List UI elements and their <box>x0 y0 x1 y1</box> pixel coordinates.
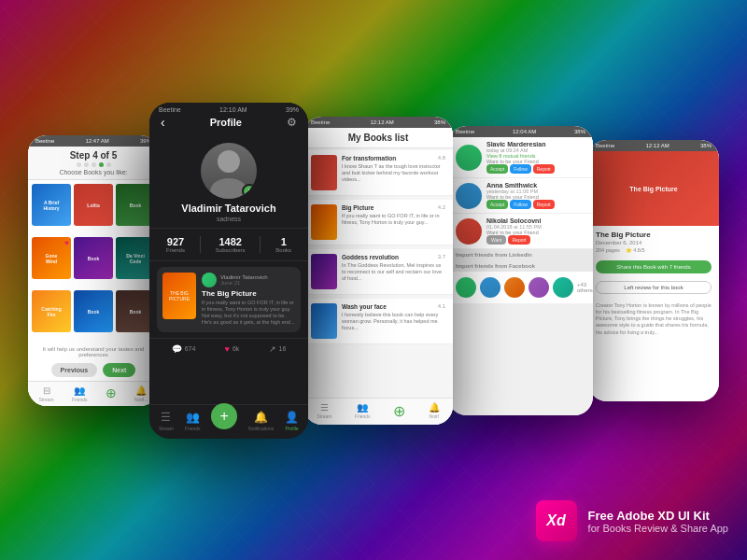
bottom-info-bar: Xd Free Adobe XD UI Kit for Books Review… <box>536 500 728 541</box>
friend-info-1: Slavic Marderesian today at 09:24 AM Vie… <box>486 141 585 174</box>
nav2-friends[interactable]: 👥 Friends <box>185 411 201 431</box>
book-thumb-8[interactable]: Book <box>74 290 113 332</box>
nav3-friends-label: Friends <box>355 413 371 419</box>
step-nav-buttons: Previous Next <box>28 359 159 381</box>
nav-stream-label: Stream <box>39 397 54 402</box>
book-cover-8: Book <box>74 290 113 332</box>
mini-avatar-5 <box>553 277 573 298</box>
add-icon: ⊕ <box>106 385 117 400</box>
subscribers-stat[interactable]: 1482 Subscribers <box>216 236 246 253</box>
nav3-add[interactable]: ⊕ <box>393 402 405 421</box>
add-button[interactable]: + <box>211 403 237 429</box>
report-button-1[interactable]: Report <box>533 164 555 174</box>
import-linkedin[interactable]: Import friends from LinkedIn <box>448 249 593 260</box>
book-card-info: Vladimir Tatarovich June 21 The Big Pict… <box>202 273 295 327</box>
author-avatar <box>202 273 217 287</box>
follow-button-1[interactable]: Follow <box>510 164 530 174</box>
nav2-add[interactable]: + <box>211 411 237 431</box>
bottom-text-block: Free Adobe XD UI Kit for Books Review & … <box>588 509 728 534</box>
book-cover-5: Book <box>74 237 113 279</box>
nav-friends[interactable]: 👥 Friends <box>72 385 88 402</box>
step-title: Step 4 of 5 <box>35 150 151 161</box>
book-thumb-7[interactable]: CatchingFire <box>32 290 71 332</box>
book-list-info-2: Big Picture 4.2 If you really want to GO… <box>342 204 445 240</box>
choose-books-subtitle: Choose Books you like: <box>35 169 151 175</box>
book-thumb-2[interactable]: Lolita <box>74 184 113 226</box>
friend-name-2: Anna Smithwick <box>486 182 585 189</box>
back-button[interactable]: ‹ <box>161 115 165 130</box>
book-list-item-1[interactable]: For transformation 4.8 I know Shaun T as… <box>303 150 453 196</box>
friends-stat[interactable]: 927 Friends <box>166 236 185 253</box>
book-cover-list-3 <box>311 254 337 289</box>
book-list-item-4[interactable]: Wash your face 4.1 I honestly believe th… <box>303 299 453 344</box>
phone3-battery: 38% <box>434 119 445 125</box>
add-photo-button[interactable]: + <box>242 184 257 199</box>
subscribers-label: Subscribers <box>216 247 246 253</box>
leave-review-button[interactable]: Left review for this book <box>596 281 712 294</box>
nav2-notifications[interactable]: 🔔 Notifications <box>248 411 274 431</box>
book-list-text-3: In The Goddess Revolution, Mel inspires … <box>342 262 445 282</box>
book-list-item-2[interactable]: Big Picture 4.2 If you really want to GO… <box>303 200 453 245</box>
progress-dot-2 <box>84 162 89 167</box>
report-button-2[interactable]: Report <box>533 200 555 209</box>
nav2-profile[interactable]: 👤 Profile <box>285 411 299 431</box>
books-list-title: My Books list <box>348 133 408 143</box>
book-amazon-rating: ⭐ 4.8/5 <box>626 247 645 253</box>
phone2-battery: 39% <box>286 106 299 113</box>
book-list-info-4: Wash your face 4.1 I honestly believe th… <box>342 303 445 339</box>
stream-icon-2: ☰ <box>161 411 171 424</box>
rating-3: 3.7 <box>438 254 445 261</box>
accept-button-1[interactable]: Accept <box>486 164 508 174</box>
books-list-header: My Books list <box>303 128 453 148</box>
books-count: 1 <box>281 236 287 247</box>
book-list-text-1: I know Shaun T as the tough love instruc… <box>342 163 445 183</box>
book-list-text-4: I honestly believe this book can help ev… <box>342 312 445 331</box>
books-stat[interactable]: 1 Books <box>275 236 291 253</box>
phone4-status-bar: Beetine 12:04 AM 38% <box>448 126 593 137</box>
nav2-stream[interactable]: ☰ Stream <box>159 411 174 431</box>
book-list-text-2: If you really want to GO FOR IT, in life… <box>342 213 445 226</box>
report-button-3[interactable]: Report <box>508 235 529 245</box>
import-facebook[interactable]: Import friends from Facebook <box>448 260 593 272</box>
nav-notifications[interactable]: 🔔 Notif... <box>134 385 148 402</box>
book-cover-list-2 <box>311 204 337 240</box>
accept-button-2[interactable]: Accept <box>486 200 508 209</box>
book-list-title-4: Wash your face <box>342 303 387 310</box>
book-card-cover: THE BIG PICTURE <box>162 273 196 319</box>
books-label: Books <box>275 247 291 253</box>
share-book-button[interactable]: Share this Book with 7 friends <box>596 260 712 273</box>
mini-avatar-1 <box>456 277 476 298</box>
phone5-carrier: Beetine <box>596 143 614 148</box>
add-icon-3: ⊕ <box>393 402 405 420</box>
next-button[interactable]: Next <box>103 363 135 377</box>
nav3-notif[interactable]: 🔔 Notif <box>429 402 440 421</box>
footer-help-text: It will help us understand your tastes a… <box>28 344 159 359</box>
book-cover-7: CatchingFire <box>32 290 71 332</box>
shares-action[interactable]: ↗ 16 <box>269 344 287 354</box>
book-thumb-5[interactable]: Book <box>74 237 113 279</box>
want-button-3[interactable]: Want <box>486 235 506 245</box>
book-detail-stats: 204 pages ⭐ 4.8/5 <box>596 247 712 253</box>
book-thumb-4[interactable]: GoneWind ♥ <box>32 237 71 279</box>
nav3-stream[interactable]: ☰ Stream <box>317 402 331 421</box>
book-card-author-row: Vladimir Tatarovich June 21 <box>202 273 295 287</box>
book-thumb-1[interactable]: A BriefHistory <box>32 184 71 226</box>
nav-add[interactable]: ⊕ <box>106 385 117 402</box>
follow-button-2[interactable]: Follow <box>510 200 530 209</box>
book-rating-row-1: For transformation 4.8 <box>342 155 445 162</box>
comments-action[interactable]: 💬 674 <box>172 344 196 354</box>
nav-stream[interactable]: ⊟ Stream <box>39 385 54 402</box>
nav-notifications-label: Notif... <box>134 397 148 402</box>
book-list-title-1: For transformation <box>342 155 396 161</box>
phone3-status-bar: Beetine 12:12 AM 38% <box>303 117 453 128</box>
book-list-item-3[interactable]: Goddess revolution 3.7 In The Goddess Re… <box>303 249 453 295</box>
rating-1: 4.8 <box>438 155 445 162</box>
nav3-friends[interactable]: 👥 Friends <box>355 402 371 421</box>
profile-title: Profile <box>210 117 242 128</box>
profile-avatar: + <box>201 143 257 199</box>
shares-count: 16 <box>279 345 287 352</box>
settings-icon[interactable]: ⚙ <box>287 116 297 129</box>
phone5-time: 12:12 AM <box>645 143 669 148</box>
likes-action[interactable]: ♥ 6k <box>225 344 240 354</box>
previous-button[interactable]: Previous <box>51 363 98 377</box>
